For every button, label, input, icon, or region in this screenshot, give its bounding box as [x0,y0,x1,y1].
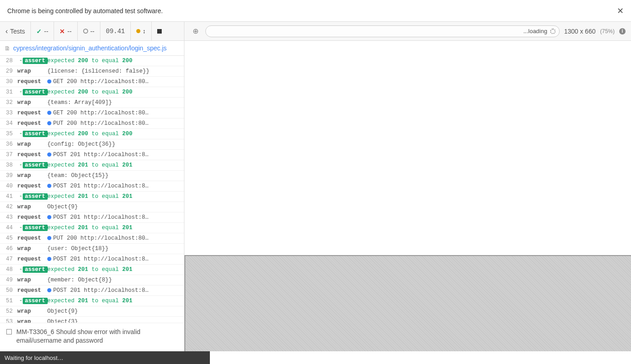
dot-icon [47,215,51,219]
log-row[interactable]: 30requestGET 200 http://localhost:80… [0,77,184,87]
status-dot-icon [136,29,140,33]
log-row[interactable]: 44-assertexpected 201 to equal 201 [0,223,184,233]
log-message: GET 200 http://localhost:80… [47,77,184,87]
log-command: request [15,150,47,160]
log-row[interactable]: 49wrap{member: Object{8}} [0,275,184,285]
toolbar-left: ‹ Tests ✓ -- ✕ -- -- 09.41 ↕ [0,22,184,40]
spec-path[interactable]: 🗎 cypress/integration/signin_authenticat… [0,41,184,56]
log-line-number: 34 [0,118,15,128]
checkbox-icon [6,329,12,334]
next-test-title: MM-T3306_6 Should show error with invali… [16,328,178,345]
dot-icon [47,257,51,261]
log-line-number: 29 [0,66,15,76]
fail-count: -- [67,28,71,35]
log-command: wrap [15,306,47,316]
log-line-number: 32 [0,98,15,108]
log-message: expected 201 to equal 201 [47,192,184,202]
log-command: request [15,212,47,222]
log-message: POST 201 http://localhost:8… [47,212,184,222]
log-row[interactable]: 48-assertexpected 201 to equal 201 [0,265,184,275]
log-row[interactable]: 50requestPOST 201 http://localhost:8… [0,285,184,296]
log-command: -assert [15,223,47,233]
log-command: wrap [15,66,47,76]
log-command: -assert [15,56,47,66]
close-icon[interactable]: ✕ [617,6,624,16]
log-row[interactable]: 31-assertexpected 200 to equal 200 [0,87,184,98]
log-row[interactable]: 36wrap{config: Object{36}} [0,139,184,150]
log-row[interactable]: 32wrap{teams: Array[409]} [0,98,184,108]
pass-count: -- [44,28,48,35]
stop-button[interactable] [152,22,167,40]
log-row[interactable]: 45requestPUT 200 http://localhost:80… [0,233,184,244]
elapsed-time: 09.41 [106,28,125,35]
log-row[interactable]: 40requestPOST 201 http://localhost:8… [0,181,184,192]
log-row[interactable]: 53wrapObject{3} [0,317,184,323]
reporter-pane: 🗎 cypress/integration/signin_authenticat… [0,41,184,351]
dot-icon [47,288,51,292]
log-row[interactable]: 28-assertexpected 200 to equal 200 [0,56,184,66]
log-row[interactable]: 29wrap{license: {islicensed: false}} [0,66,184,77]
log-message: POST 201 http://localhost:8… [47,285,184,295]
log-row[interactable]: 46wrap{user: Object{18}} [0,244,184,254]
log-line-number: 35 [0,129,15,139]
log-row[interactable]: 41-assertexpected 201 to equal 201 [0,192,184,202]
command-log[interactable]: 28-assertexpected 200 to equal 20029wrap… [0,56,184,323]
stat-time: 09.41 [100,22,131,40]
log-row[interactable]: 47requestPOST 201 http://localhost:8… [0,254,184,265]
dot-icon [47,236,51,240]
log-command: wrap [15,202,47,212]
tests-back-button[interactable]: ‹ Tests [0,22,31,40]
log-message: expected 200 to equal 200 [47,56,184,66]
log-line-number: 47 [0,254,15,264]
log-message: expected 201 to equal 201 [47,265,184,275]
log-row[interactable]: 38-assertexpected 201 to equal 201 [0,160,184,171]
url-bar[interactable]: ...loading [205,25,560,37]
circle-icon [83,29,88,34]
log-message: Object{3} [47,317,184,323]
log-line-number: 31 [0,87,15,97]
log-row[interactable]: 34requestPUT 200 http://localhost:80… [0,118,184,129]
log-message: {license: {islicensed: false}} [47,66,184,76]
log-row[interactable]: 52wrapObject{9} [0,306,184,317]
tests-label: Tests [10,28,25,35]
log-row[interactable]: 35-assertexpected 200 to equal 200 [0,129,184,139]
chevron-left-icon: ‹ [5,27,8,35]
log-message: {team: Object{15}} [47,171,184,181]
log-message: POST 201 http://localhost:8… [47,150,184,160]
aut-iframe-area[interactable] [184,41,631,255]
dot-icon [47,152,51,157]
log-command: wrap [15,139,47,149]
aut-pane [184,41,631,351]
log-message: expected 201 to equal 201 [47,160,184,170]
log-row[interactable]: 33requestGET 200 http://localhost:80… [0,108,184,118]
info-icon[interactable]: i [619,28,626,34]
log-row[interactable]: 39wrap{team: Object{15}} [0,171,184,181]
log-message: {member: Object{8}} [47,275,184,285]
viewport-dimensions: 1300 x 660 [564,28,596,35]
log-command: -assert [15,296,47,306]
log-line-number: 46 [0,244,15,254]
log-message: PUT 200 http://localhost:80… [47,118,184,128]
log-row[interactable]: 43requestPOST 201 http://localhost:8… [0,212,184,223]
log-row[interactable]: 51-assertexpected 201 to equal 201 [0,296,184,306]
toolbar: ‹ Tests ✓ -- ✕ -- -- 09.41 ↕ ⊕ ...loadin… [0,22,631,41]
aut-overflow-area [184,255,631,351]
log-message: PUT 200 http://localhost:80… [47,233,184,243]
main: 🗎 cypress/integration/signin_authenticat… [0,41,631,351]
log-message: POST 201 http://localhost:8… [47,181,184,191]
log-message: POST 201 http://localhost:8… [47,254,184,264]
dot-icon [47,184,51,188]
dot-icon [47,121,51,125]
next-test-item[interactable]: MM-T3306_6 Should show error with invali… [0,323,184,351]
log-message: Object{9} [47,202,184,212]
log-message: GET 200 http://localhost:80… [47,108,184,118]
log-command: -assert [15,265,47,275]
log-command: request [15,233,47,243]
selector-playground-button[interactable]: ⊕ [190,27,201,35]
log-row[interactable]: 37requestPOST 201 http://localhost:8… [0,150,184,160]
log-row[interactable]: 42wrapObject{9} [0,202,184,212]
browser-status-bar: Waiting for localhost… [0,351,210,364]
log-line-number: 52 [0,306,15,316]
log-command: wrap [15,98,47,108]
log-command: -assert [15,87,47,97]
